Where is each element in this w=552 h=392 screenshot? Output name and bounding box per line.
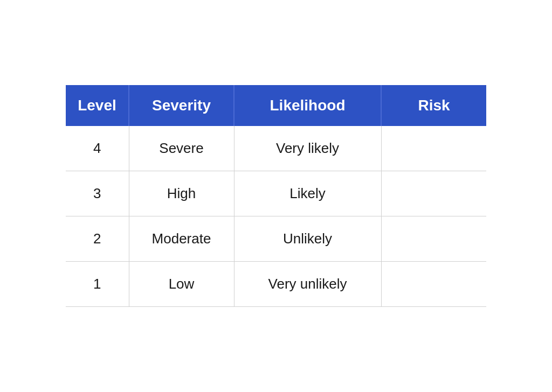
table-row: 1LowVery unlikely: [66, 262, 486, 307]
cell-level: 4: [66, 126, 129, 171]
risk-table: Level Severity Likelihood Risk 4SevereVe…: [66, 85, 486, 307]
cell-risk: [381, 216, 486, 262]
cell-risk: [381, 262, 486, 307]
table-row: 4SevereVery likely: [66, 126, 486, 171]
cell-severity: Low: [129, 262, 234, 307]
cell-level: 2: [66, 216, 129, 262]
header-likelihood: Likelihood: [234, 85, 381, 126]
cell-likelihood: Very unlikely: [234, 262, 381, 307]
table-row: 3HighLikely: [66, 171, 486, 216]
risk-table-wrapper: Level Severity Likelihood Risk 4SevereVe…: [66, 85, 486, 307]
cell-risk: [381, 171, 486, 216]
cell-risk: [381, 126, 486, 171]
header-risk: Risk: [381, 85, 486, 126]
cell-likelihood: Unlikely: [234, 216, 381, 262]
cell-severity: High: [129, 171, 234, 216]
header-severity: Severity: [129, 85, 234, 126]
table-header-row: Level Severity Likelihood Risk: [66, 85, 486, 126]
cell-level: 3: [66, 171, 129, 216]
cell-likelihood: Likely: [234, 171, 381, 216]
cell-likelihood: Very likely: [234, 126, 381, 171]
cell-severity: Severe: [129, 126, 234, 171]
table-row: 2ModerateUnlikely: [66, 216, 486, 262]
cell-severity: Moderate: [129, 216, 234, 262]
header-level: Level: [66, 85, 129, 126]
cell-level: 1: [66, 262, 129, 307]
